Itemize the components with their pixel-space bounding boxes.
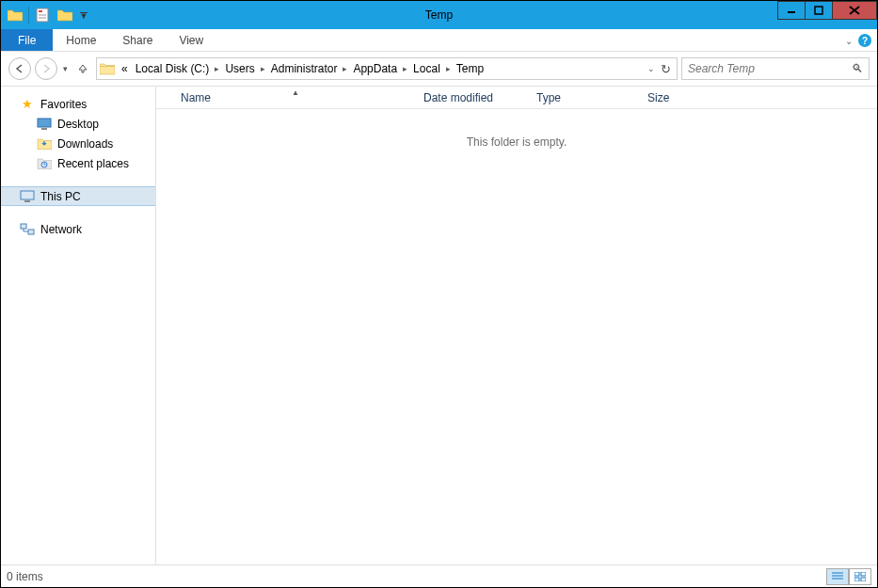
help-icon[interactable]: ? <box>858 34 871 47</box>
nav-item-downloads[interactable]: Downloads <box>1 134 155 153</box>
window-title: Temp <box>1 8 877 22</box>
svg-rect-14 <box>28 230 34 234</box>
navigation-pane[interactable]: ★ Favorites Desktop Downloads Recent pla… <box>1 87 156 564</box>
chevron-right-icon[interactable]: ▸ <box>213 64 221 73</box>
nav-label: This PC <box>40 190 81 203</box>
svg-rect-12 <box>24 200 30 202</box>
chevron-right-icon[interactable]: ▸ <box>444 64 453 73</box>
svg-rect-19 <box>861 572 866 576</box>
computer-icon <box>20 189 35 204</box>
chevron-right-icon[interactable]: ▸ <box>259 64 267 73</box>
nav-item-desktop[interactable]: Desktop <box>1 114 155 134</box>
content-pane: Name ▲ Date modified Type Size This fold… <box>156 87 877 564</box>
status-item-count: 0 items <box>7 570 826 583</box>
column-headers: Name ▲ Date modified Type Size <box>156 87 877 109</box>
sort-ascending-icon: ▲ <box>292 88 299 97</box>
svg-rect-8 <box>38 119 51 127</box>
ribbon-expand-icon[interactable]: ⌄ <box>845 36 853 46</box>
recent-locations-dropdown[interactable]: ▾ <box>61 64 70 73</box>
desktop-icon <box>37 117 52 132</box>
svg-rect-1 <box>39 10 42 12</box>
network-icon <box>20 222 35 237</box>
nav-item-recent-places[interactable]: Recent places <box>1 153 155 173</box>
forward-button[interactable] <box>35 57 57 80</box>
chevron-right-icon[interactable]: ▸ <box>401 64 409 73</box>
new-folder-icon[interactable] <box>55 5 75 25</box>
column-name[interactable]: Name ▲ <box>175 91 418 104</box>
breadcrumb-item[interactable]: Administrator <box>267 62 342 75</box>
close-button[interactable] <box>832 1 877 20</box>
svg-rect-21 <box>861 578 866 581</box>
search-icon[interactable]: 🔍︎ <box>852 62 863 75</box>
breadcrumb-overflow[interactable]: « <box>118 62 132 75</box>
favorites-group: ★ Favorites Desktop Downloads Recent pla… <box>1 94 155 173</box>
refresh-icon[interactable]: ↻ <box>661 62 671 76</box>
address-dropdown-icon[interactable]: ⌄ <box>646 64 657 73</box>
breadcrumb-item[interactable]: Local <box>409 62 444 75</box>
titlebar[interactable]: ▼ Temp <box>1 1 877 29</box>
details-view-button[interactable] <box>826 568 849 585</box>
svg-rect-5 <box>815 7 822 14</box>
back-button[interactable] <box>8 57 31 80</box>
navigation-bar: ▾ « Local Disk (C:) ▸ Users ▸ Administra… <box>1 52 877 86</box>
downloads-icon <box>37 136 52 151</box>
network-group: Network <box>1 219 155 239</box>
tab-share[interactable]: Share <box>109 29 166 51</box>
nav-label: Favorites <box>40 98 87 111</box>
tab-home[interactable]: Home <box>53 29 109 51</box>
empty-folder-message: This folder is empty. <box>156 135 877 149</box>
qat-dropdown-icon[interactable]: ▼ <box>77 5 90 25</box>
breadcrumb-item[interactable]: AppData <box>349 62 401 75</box>
maximize-button[interactable] <box>805 1 833 20</box>
explorer-window: ▼ Temp File Home Share View ⌄ ? ▾ « <box>0 0 878 588</box>
body: ★ Favorites Desktop Downloads Recent pla… <box>1 86 877 564</box>
svg-rect-11 <box>21 191 34 199</box>
nav-item-network[interactable]: Network <box>1 219 155 239</box>
nav-label: Desktop <box>57 118 99 131</box>
svg-rect-20 <box>854 578 859 581</box>
thumbnails-view-button[interactable] <box>849 568 871 585</box>
nav-item-this-pc[interactable]: This PC <box>1 186 155 206</box>
breadcrumb-item[interactable]: Users <box>221 62 258 75</box>
folder-icon <box>99 60 116 77</box>
search-box[interactable]: 🔍︎ <box>681 57 870 80</box>
search-input[interactable] <box>688 62 852 75</box>
view-toggles <box>826 568 871 585</box>
ribbon-tabs: File Home Share View ⌄ ? <box>1 29 877 52</box>
up-button[interactable] <box>73 59 92 78</box>
minimize-button[interactable] <box>777 1 806 20</box>
column-label: Name <box>181 91 211 104</box>
breadcrumb-item[interactable]: Temp <box>453 62 487 75</box>
column-type[interactable]: Type <box>531 91 642 104</box>
file-tab[interactable]: File <box>1 29 53 51</box>
recent-icon <box>37 156 52 171</box>
svg-rect-9 <box>41 128 47 130</box>
column-size[interactable]: Size <box>642 91 712 104</box>
status-bar: 0 items <box>1 564 877 587</box>
address-bar[interactable]: « Local Disk (C:) ▸ Users ▸ Administrato… <box>96 57 678 80</box>
properties-icon[interactable] <box>32 5 53 25</box>
window-controls <box>778 1 877 20</box>
this-pc-group: This PC <box>1 186 155 206</box>
svg-rect-18 <box>854 572 859 576</box>
chevron-right-icon[interactable]: ▸ <box>341 64 349 73</box>
separator <box>28 7 29 24</box>
star-icon: ★ <box>20 97 35 112</box>
nav-label: Recent places <box>57 157 129 170</box>
nav-label: Network <box>40 223 82 236</box>
favorites-header[interactable]: ★ Favorites <box>1 94 155 114</box>
quick-access-toolbar: ▼ <box>1 5 90 25</box>
tab-view[interactable]: View <box>166 29 216 51</box>
nav-label: Downloads <box>57 137 113 151</box>
column-date-modified[interactable]: Date modified <box>418 91 531 104</box>
breadcrumb-item[interactable]: Local Disk (C:) <box>132 62 214 75</box>
svg-rect-13 <box>21 224 26 229</box>
folder-icon[interactable] <box>5 5 25 25</box>
